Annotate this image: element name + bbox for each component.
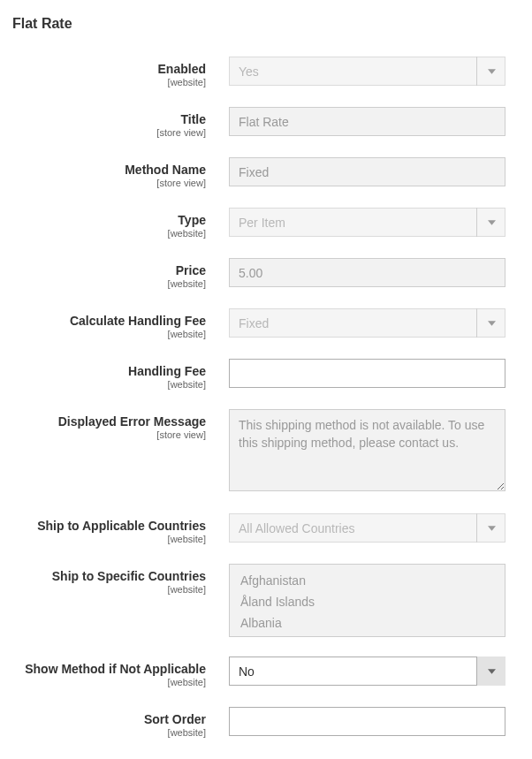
multiselect-ship-specific[interactable]: Afghanistan Åland Islands Albania bbox=[229, 564, 505, 637]
label-method-name: Method Name bbox=[12, 163, 206, 177]
input-handling-fee[interactable] bbox=[229, 359, 505, 388]
row-method-name: Method Name [store view] bbox=[12, 157, 520, 188]
scope-show-not-applicable: [website] bbox=[12, 677, 206, 687]
row-ship-applicable: Ship to Applicable Countries [website] A… bbox=[12, 513, 520, 544]
list-item[interactable]: Afghanistan bbox=[230, 570, 505, 591]
label-ship-applicable: Ship to Applicable Countries bbox=[12, 519, 206, 533]
input-title[interactable] bbox=[229, 107, 505, 136]
row-handling-fee: Handling Fee [website] bbox=[12, 359, 520, 390]
label-title: Title bbox=[12, 112, 206, 126]
scope-handling-fee: [website] bbox=[12, 379, 206, 390]
row-calc-handling: Calculate Handling Fee [website] Fixed bbox=[12, 308, 520, 339]
list-item[interactable]: Albania bbox=[230, 612, 505, 634]
scope-error-msg: [store view] bbox=[12, 429, 206, 440]
label-type: Type bbox=[12, 213, 206, 227]
scope-enabled: [website] bbox=[12, 77, 206, 87]
scope-calc-handling: [website] bbox=[12, 329, 206, 339]
row-type: Type [website] Per Item bbox=[12, 208, 520, 239]
select-calc-handling[interactable]: Fixed bbox=[229, 308, 505, 338]
scope-price: [website] bbox=[12, 278, 206, 289]
label-calc-handling: Calculate Handling Fee bbox=[12, 314, 206, 328]
row-ship-specific: Ship to Specific Countries [website] Afg… bbox=[12, 564, 520, 637]
scope-ship-specific: [website] bbox=[12, 584, 206, 595]
scope-ship-applicable: [website] bbox=[12, 534, 206, 544]
label-ship-specific: Ship to Specific Countries bbox=[12, 569, 206, 583]
row-sort-order: Sort Order [website] bbox=[12, 707, 520, 738]
row-enabled: Enabled [website] Yes bbox=[12, 57, 520, 87]
scope-type: [website] bbox=[12, 228, 206, 239]
select-show-not-applicable[interactable]: No bbox=[229, 657, 505, 686]
row-title: Title [store view] bbox=[12, 107, 520, 138]
label-error-msg: Displayed Error Message bbox=[12, 414, 206, 429]
select-enabled[interactable]: Yes bbox=[229, 57, 505, 86]
scope-title: [store view] bbox=[12, 127, 206, 138]
input-method-name[interactable] bbox=[229, 157, 505, 186]
select-type[interactable]: Per Item bbox=[229, 208, 505, 237]
list-item[interactable]: Åland Islands bbox=[230, 591, 505, 612]
row-price: Price [website] bbox=[12, 258, 520, 289]
row-show-not-applicable: Show Method if Not Applicable [website] … bbox=[12, 657, 520, 687]
section-title: Flat Rate bbox=[12, 16, 520, 32]
textarea-error-msg[interactable]: This shipping method is not available. T… bbox=[229, 409, 505, 491]
select-ship-applicable[interactable]: All Allowed Countries bbox=[229, 513, 505, 543]
label-price: Price bbox=[12, 263, 206, 277]
label-show-not-applicable: Show Method if Not Applicable bbox=[12, 662, 206, 676]
row-error-msg: Displayed Error Message [store view] Thi… bbox=[12, 409, 520, 494]
label-enabled: Enabled bbox=[12, 62, 206, 76]
label-sort-order: Sort Order bbox=[12, 712, 206, 726]
scope-method-name: [store view] bbox=[12, 178, 206, 188]
input-sort-order[interactable] bbox=[229, 707, 505, 736]
label-handling-fee: Handling Fee bbox=[12, 364, 206, 378]
input-price[interactable] bbox=[229, 258, 505, 287]
scope-sort-order: [website] bbox=[12, 727, 206, 738]
